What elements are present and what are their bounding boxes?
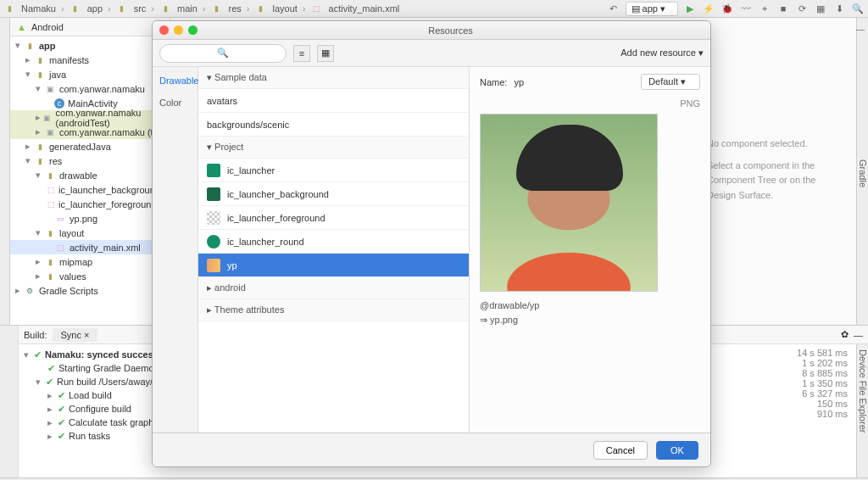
- search-input[interactable]: 🔍: [159, 44, 287, 63]
- android-icon: ▲: [17, 22, 26, 32]
- category-color[interactable]: Color: [158, 94, 192, 116]
- avd-icon[interactable]: ▦: [814, 2, 827, 15]
- group-android[interactable]: ▸ android: [198, 277, 469, 299]
- resources-dialog: Resources 🔍 ≡ ▦ Add new resource ▾ Drawa…: [152, 20, 711, 467]
- cancel-button[interactable]: Cancel: [593, 441, 648, 460]
- apply-changes-icon[interactable]: ⚡: [702, 2, 715, 15]
- grid-view-icon[interactable]: ▦: [317, 45, 334, 62]
- breadcrumb-item[interactable]: ▮Namaku: [3, 3, 56, 14]
- debug-icon[interactable]: 🐞: [721, 2, 734, 15]
- group-sample[interactable]: ▾ Sample data: [198, 67, 469, 89]
- project-header-label: Android: [31, 22, 64, 32]
- add-new-resource[interactable]: Add new resource ▾: [620, 47, 704, 59]
- project-header[interactable]: ▲ Android ▾: [10, 18, 170, 36]
- breadcrumb-item[interactable]: ▮layout: [254, 3, 297, 14]
- breadcrumb-item[interactable]: ▮src: [116, 3, 147, 14]
- build-gutter[interactable]: [0, 326, 19, 477]
- breadcrumb-item[interactable]: ⬚activity_main.xml: [311, 3, 400, 14]
- sync-icon[interactable]: ⟳: [795, 2, 809, 15]
- run-config-select[interactable]: ▤ app ▾: [626, 2, 678, 16]
- resource-item[interactable]: backgrounds/scenic: [198, 113, 469, 137]
- ide-topbar: ▮Namaku› ▮app› ▮src› ▮main› ▮res› ▮layou…: [0, 0, 868, 18]
- breadcrumb-item[interactable]: ▮res: [211, 3, 242, 14]
- breadcrumb: ▮Namaku› ▮app› ▮src› ▮main› ▮res› ▮layou…: [3, 3, 399, 14]
- minus-icon[interactable]: —: [855, 24, 865, 35]
- dialog-title: Resources: [198, 25, 704, 36]
- close-icon[interactable]: [159, 25, 169, 35]
- back-icon[interactable]: ↶: [607, 2, 620, 15]
- name-value: yp: [514, 77, 524, 87]
- minus-icon[interactable]: —: [854, 330, 863, 340]
- project-tool-window: ▲ Android ▾ ▾▮app ▸▮manifests ▾▮java ▾▣c…: [10, 18, 170, 325]
- category-drawable[interactable]: Drawable: [158, 72, 192, 94]
- zoom-icon[interactable]: [188, 25, 198, 35]
- gear-icon[interactable]: ✿: [841, 329, 849, 340]
- group-theme[interactable]: ▸ Theme attributes: [198, 299, 469, 321]
- ide-toolbar: ↶ ▤ app ▾ ▶ ⚡ 🐞 〰 ⌖ ■ ⟳ ▦ ⬇ 🔍: [607, 2, 865, 16]
- run-icon[interactable]: ▶: [683, 2, 697, 15]
- project-tree[interactable]: ▾▮app ▸▮manifests ▾▮java ▾▣com.yanwar.na…: [10, 36, 170, 299]
- breadcrumb-item[interactable]: ▮app: [70, 3, 103, 14]
- resource-item[interactable]: ic_launcher_foreground: [198, 206, 469, 230]
- attach-icon[interactable]: ⌖: [758, 2, 771, 15]
- resource-item[interactable]: ic_launcher: [198, 159, 469, 182]
- resource-list[interactable]: ▾ Sample data avatars backgrounds/scenic…: [198, 67, 470, 433]
- group-project[interactable]: ▾ Project: [198, 137, 469, 159]
- category-list: Drawable Color: [153, 67, 198, 433]
- left-tool-strip[interactable]: [0, 18, 10, 325]
- dialog-toolbar: 🔍 ≡ ▦ Add new resource ▾: [153, 40, 710, 67]
- resource-item[interactable]: ic_launcher_background: [198, 182, 469, 206]
- profiler-icon[interactable]: 〰: [739, 2, 753, 15]
- tab-sync[interactable]: Sync ×: [53, 328, 98, 342]
- list-view-icon[interactable]: ≡: [293, 45, 310, 62]
- preview-file: ⇒ yp.png: [480, 313, 700, 327]
- name-label: Name:: [480, 77, 507, 87]
- sdk-icon[interactable]: ⬇: [832, 2, 846, 15]
- right-tool-strip-top[interactable]: Gradle: [856, 18, 868, 325]
- resource-item[interactable]: ic_launcher_round: [198, 230, 469, 254]
- preview-ref: @drawable/yp: [480, 299, 700, 313]
- variant-select[interactable]: Default ▾: [641, 74, 700, 90]
- no-component-hint: No component selected. Select a componen…: [707, 137, 843, 203]
- sync-times: 14 s 581 ms 1 s 202 ms 8 s 885 ms 1 s 35…: [780, 344, 856, 477]
- dialog-titlebar[interactable]: Resources: [153, 21, 710, 40]
- breadcrumb-item[interactable]: ▮main: [159, 3, 198, 14]
- dialog-footer: Cancel OK: [153, 433, 710, 466]
- stop-icon[interactable]: ■: [776, 2, 790, 15]
- ok-button[interactable]: OK: [656, 441, 698, 460]
- resource-item[interactable]: avatars: [198, 89, 469, 113]
- minimize-icon[interactable]: [174, 25, 183, 35]
- resource-item-selected[interactable]: yp: [198, 254, 469, 277]
- search-icon[interactable]: 🔍: [851, 2, 865, 15]
- format-label: PNG: [480, 98, 700, 109]
- build-label: Build:: [24, 330, 47, 340]
- preview-pane: Name: yp Default ▾ PNG @drawable/yp ⇒ yp…: [470, 67, 710, 433]
- preview-image: [480, 114, 658, 292]
- right-tool-strip-bottom[interactable]: Device File Explorer: [856, 344, 868, 477]
